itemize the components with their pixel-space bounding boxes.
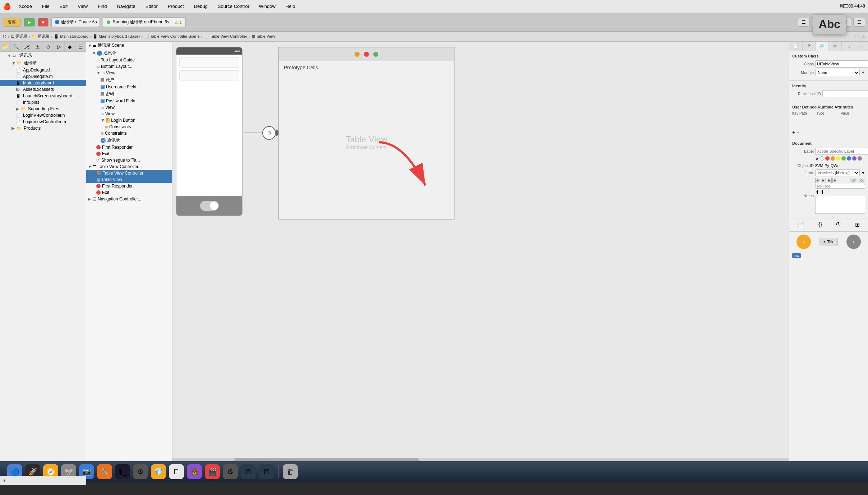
- clock-icon-bottom[interactable]: ⏱: [836, 221, 841, 228]
- ud-add-button[interactable]: +: [792, 129, 795, 135]
- color-dot-white[interactable]: [820, 156, 824, 161]
- menu-find[interactable]: Find: [96, 3, 109, 10]
- breadcrumb-3[interactable]: 📱 Main.storyboard: [54, 34, 88, 39]
- nav-tab-test[interactable]: ◇: [43, 42, 54, 51]
- scene-login-button[interactable]: ▼ B Login Button: [86, 117, 172, 124]
- title-button[interactable]: ≺ Title: [819, 238, 837, 246]
- breadcrumb-5[interactable]: ⬜ Table View Controller Scene: [144, 34, 200, 39]
- lock-arrow-icon[interactable]: ▼: [861, 171, 865, 175]
- font-size-down[interactable]: ⬇: [820, 189, 825, 195]
- canvas-scrollbar-h[interactable]: [172, 458, 789, 461]
- notes-attach[interactable]: 📎: [858, 178, 865, 183]
- dock-config[interactable]: ⚙: [223, 464, 238, 479]
- grid-icon-bottom[interactable]: ⊞: [855, 221, 860, 228]
- scene-label-mima[interactable]: L 密码:: [86, 90, 172, 98]
- nav-tab-debug[interactable]: ▷: [54, 42, 65, 51]
- tab-connections-inspector[interactable]: →: [855, 42, 868, 51]
- breadcrumb-2[interactable]: 📁 通讯录: [32, 34, 50, 39]
- tab-help-inspector[interactable]: ?: [803, 42, 816, 51]
- toolbar-btn-1[interactable]: ☰: [798, 18, 810, 27]
- nav-tab-breakpoint[interactable]: ◆: [65, 42, 75, 51]
- canvas-area[interactable]: ●●●: [172, 42, 789, 461]
- scene-segue-ref[interactable]: ≺ 通讯录: [86, 137, 172, 144]
- breadcrumb-4[interactable]: 📱 Main.storyboard (Base): [93, 34, 140, 39]
- dock-settings[interactable]: ⚙: [133, 464, 148, 479]
- tab-size-inspector[interactable]: ⬚: [842, 42, 855, 51]
- file-appdelegate-h[interactable]: 📄 AppDelegate.h: [0, 67, 86, 73]
- breadcrumb-nav-left[interactable]: ‹: [855, 34, 856, 39]
- menu-edit[interactable]: Edit: [57, 3, 70, 10]
- scene-view-3[interactable]: ▭ View: [86, 111, 172, 117]
- scene-constraints-2[interactable]: ⊞ Constraints: [86, 130, 172, 137]
- scene-segue-show[interactable]: ⟳ Show segue to 'Ta...: [86, 157, 172, 163]
- scene-bottom-layout[interactable]: ▭ Bottom Layout...: [86, 63, 172, 70]
- scene-nav-controller[interactable]: ▶ ☰ Navigation Controller...: [86, 196, 172, 202]
- play-button[interactable]: ▶: [24, 18, 35, 27]
- back-circle-button[interactable]: ‹: [797, 235, 811, 249]
- ud-remove-button[interactable]: −: [797, 129, 799, 135]
- lock-select[interactable]: Inherited - (Nothing): [815, 169, 860, 176]
- menu-editor[interactable]: Editor: [143, 3, 160, 10]
- menu-view[interactable]: View: [75, 3, 90, 10]
- file-products[interactable]: ▶ 📁 Products: [0, 125, 86, 131]
- breadcrumb-7[interactable]: ▦ Table View: [251, 34, 275, 39]
- scene-view-2[interactable]: ▭ View: [86, 104, 172, 111]
- color-x[interactable]: ✕: [815, 157, 818, 162]
- color-dot-yellow[interactable]: [836, 156, 840, 161]
- font-size-up[interactable]: ⬆: [815, 189, 819, 195]
- scene-first-responder-1[interactable]: First Responder: [86, 144, 172, 151]
- scene-table-vc-root[interactable]: ▼ ☰ Table View Controller...: [86, 163, 172, 170]
- menu-product[interactable]: Product: [166, 3, 186, 10]
- scene-username-field[interactable]: F Username Field: [86, 84, 172, 90]
- font-input[interactable]: [815, 184, 865, 189]
- stop-button[interactable]: 暂停: [3, 18, 21, 27]
- breadcrumb-nav-right[interactable]: ›: [858, 34, 859, 39]
- align-center[interactable]: ≡: [821, 178, 826, 183]
- file-item-root-1[interactable]: ▼ 🗂 通讯录: [0, 52, 86, 59]
- color-dot-red[interactable]: [825, 156, 830, 161]
- tab-identity-inspector[interactable]: 🪪: [816, 42, 829, 51]
- color-dot-purple[interactable]: [852, 156, 857, 161]
- forward-circle-button[interactable]: ›: [846, 235, 861, 249]
- scene-exit-1[interactable]: Exit: [86, 151, 172, 157]
- module-arrow-icon[interactable]: ▼: [861, 70, 865, 75]
- align-right[interactable]: ≡: [827, 178, 832, 183]
- file-loginvc-m[interactable]: 📄 LoginViewController.m: [0, 119, 86, 125]
- scene-exit-2[interactable]: Exit: [86, 189, 172, 196]
- scene-constraints-1[interactable]: ⊞ Constraints: [86, 124, 172, 130]
- scene-label-zhanghu[interactable]: L 账户:: [86, 76, 172, 84]
- menu-xcode[interactable]: Xcode: [17, 3, 34, 10]
- nav-tab-issues[interactable]: ⚠: [32, 42, 43, 51]
- dock-bear[interactable]: 🐻: [187, 464, 202, 479]
- align-justify[interactable]: ≡: [832, 178, 837, 183]
- nav-tab-folder[interactable]: 📁: [0, 42, 11, 51]
- breadcrumb-1[interactable]: 🗂 通讯录: [11, 34, 28, 39]
- align-left[interactable]: ≡: [815, 178, 820, 183]
- dock-gem[interactable]: 💎: [151, 464, 166, 479]
- scene-root-1[interactable]: ▼ ☰ 通讯录 Scene: [86, 42, 172, 49]
- tab-attributes-inspector[interactable]: ⚙: [829, 42, 842, 51]
- class-input[interactable]: [815, 60, 868, 68]
- dock-media[interactable]: 🎬: [205, 464, 220, 479]
- nav-tab-search[interactable]: 🔍: [11, 42, 22, 51]
- color-dot-blue[interactable]: [847, 156, 851, 161]
- scheme-selector[interactable]: 🔵 通讯录 › iPhone 6s: [51, 17, 100, 27]
- module-select[interactable]: None: [815, 69, 860, 76]
- breadcrumb-6[interactable]: ⬜ Table View Controller: [204, 34, 247, 39]
- color-dot-orange[interactable]: [831, 156, 835, 161]
- menu-navigate[interactable]: Navigate: [115, 3, 137, 10]
- restoration-id-input[interactable]: [822, 90, 868, 97]
- file-main-storyboard[interactable]: 📱 Main.storyboard: [0, 80, 86, 86]
- code-icon-bottom[interactable]: {}: [818, 221, 822, 228]
- color-dot-green[interactable]: [841, 156, 846, 161]
- scene-password-field[interactable]: F Password Field: [86, 98, 172, 104]
- dock-notes[interactable]: 🗒: [169, 464, 184, 479]
- nav-tab-git[interactable]: ⎇: [22, 42, 32, 51]
- scene-first-responder-2[interactable]: First Responder: [86, 183, 172, 189]
- scene-item-tongxunlu[interactable]: ▼ 通讯录: [86, 49, 172, 57]
- menu-debug[interactable]: Debug: [192, 3, 210, 10]
- notes-link[interactable]: 🔗: [850, 178, 857, 183]
- color-dot-gray[interactable]: [858, 156, 862, 161]
- file-supporting-files[interactable]: ▶ 📁 Supporting Files: [0, 106, 86, 112]
- dock-terminal[interactable]: $_: [115, 464, 130, 479]
